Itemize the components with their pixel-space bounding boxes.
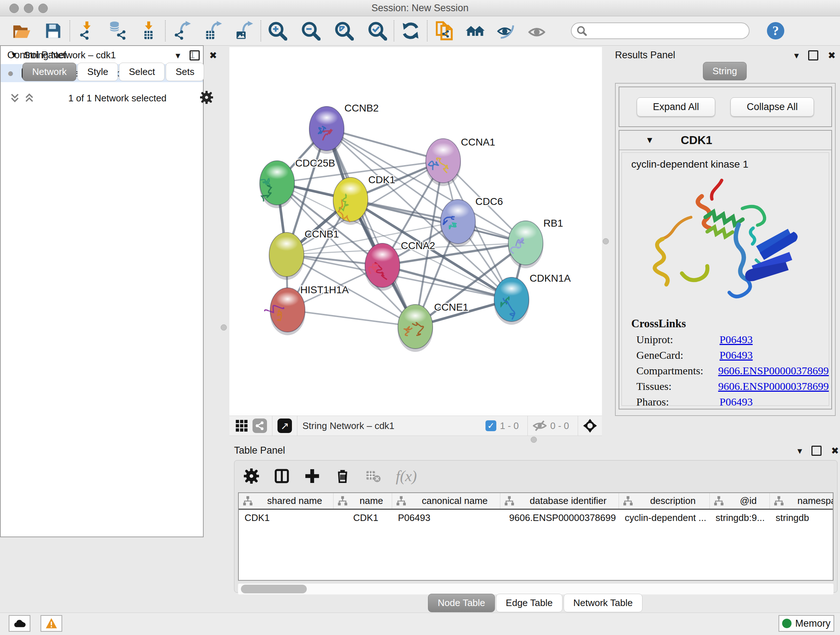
birdseye-icon[interactable] <box>526 19 548 42</box>
maximize-panel-icon[interactable] <box>808 50 818 60</box>
network-node-CDC6[interactable] <box>440 200 476 247</box>
crosslink-link[interactable]: P06493 <box>720 349 753 361</box>
float-panel-icon[interactable]: ▾ <box>797 446 802 455</box>
delete-column-icon[interactable] <box>335 469 350 484</box>
network-node-CCNB1[interactable] <box>269 233 304 280</box>
table-horizontal-scrollbar[interactable] <box>238 584 834 594</box>
add-column-icon[interactable] <box>305 469 320 484</box>
tab-sets[interactable]: Sets <box>166 63 204 81</box>
network-node-CCNE1[interactable] <box>398 304 433 352</box>
network-node-CDK1[interactable] <box>333 177 368 225</box>
selected-checkbox-icon[interactable]: ✓ <box>485 420 496 431</box>
network-node-CCNB2[interactable] <box>309 106 344 154</box>
zoom-in-icon[interactable] <box>266 19 289 42</box>
export-table-icon[interactable] <box>202 19 224 42</box>
crosslink-link[interactable]: P06493 <box>720 396 753 406</box>
fit-selected-crosshair-icon[interactable] <box>583 419 597 432</box>
tab-node-table[interactable]: Node Table <box>428 594 495 612</box>
tab-edge-table[interactable]: Edge Table <box>496 594 562 612</box>
open-session-icon[interactable] <box>10 19 33 42</box>
import-network-file-icon[interactable] <box>75 19 98 42</box>
minimize-window-button[interactable] <box>24 4 33 13</box>
crosslink-link[interactable]: P06493 <box>720 333 753 346</box>
collapse-all-networks-icon[interactable] <box>9 93 20 103</box>
expand-all-button[interactable]: Expand All <box>637 97 715 117</box>
column-header-description[interactable]: description <box>619 493 710 509</box>
tab-network[interactable]: Network <box>22 63 76 81</box>
crosslink-link[interactable]: 9606.ENSP00000378699 <box>718 364 829 377</box>
cloud-services-button[interactable] <box>9 615 30 632</box>
copy-network-icon[interactable] <box>433 19 455 42</box>
zoom-out-icon[interactable] <box>300 19 322 42</box>
import-network-database-icon[interactable] <box>106 19 129 42</box>
float-panel-icon[interactable]: ▾ <box>794 51 799 60</box>
column-header-namespace[interactable]: namespace <box>770 493 834 509</box>
table-cell[interactable]: CDK1 <box>333 512 392 524</box>
network-node-CCNA1[interactable] <box>425 139 461 186</box>
right-splitter-handle[interactable] <box>603 238 609 244</box>
memory-button[interactable]: Memory <box>778 615 834 632</box>
refresh-view-icon[interactable] <box>399 19 422 42</box>
left-splitter-handle[interactable] <box>221 325 227 331</box>
hidden-eye-icon[interactable] <box>533 419 546 432</box>
collapse-triangle-icon[interactable]: ▼ <box>645 135 654 145</box>
close-window-button[interactable] <box>9 4 19 13</box>
table-cell[interactable]: P06493 <box>392 512 500 524</box>
help-icon[interactable]: ? <box>767 22 784 40</box>
show-columns-icon[interactable] <box>274 469 289 484</box>
zoom-window-button[interactable] <box>38 4 48 13</box>
hide-graphics-icon[interactable] <box>495 19 517 42</box>
table-row[interactable]: CDK1CDK1P064939606.ENSP00000378699cyclin… <box>239 510 833 526</box>
network-node-HIST1H1A[interactable] <box>265 288 305 335</box>
zoom-fit-icon[interactable] <box>333 19 355 42</box>
export-image-icon[interactable] <box>233 19 256 42</box>
network-node-RB1[interactable] <box>508 221 543 268</box>
network-node-CCNA2[interactable] <box>365 243 400 291</box>
column-header-shared-name[interactable]: shared name <box>239 493 333 509</box>
search-box[interactable] <box>571 22 750 39</box>
close-panel-icon[interactable]: ✖ <box>828 51 836 60</box>
tab-style[interactable]: Style <box>77 63 118 81</box>
save-session-icon[interactable] <box>42 19 65 42</box>
table-options-gear-icon[interactable] <box>244 469 259 484</box>
search-input[interactable] <box>590 25 749 37</box>
zoom-selected-icon[interactable] <box>366 19 388 42</box>
network-options-gear-icon[interactable] <box>200 91 213 105</box>
scrollbar-thumb[interactable] <box>241 585 307 593</box>
maximize-panel-icon[interactable] <box>812 446 821 456</box>
network-node-CDKN1A[interactable] <box>494 277 529 325</box>
float-panel-icon[interactable]: ▾ <box>175 51 180 60</box>
network-edge[interactable] <box>327 128 415 326</box>
homes-icon[interactable] <box>464 19 486 42</box>
export-network-icon[interactable] <box>171 19 193 42</box>
collapse-all-button[interactable]: Collapse All <box>730 97 814 117</box>
detach-view-icon[interactable]: ↗ <box>278 418 292 433</box>
table-cell[interactable]: 9606.ENSP00000378699 <box>500 512 619 524</box>
tab-network-table[interactable]: Network Table <box>564 594 643 612</box>
tab-select[interactable]: Select <box>119 63 164 81</box>
table-cell[interactable]: CDK1 <box>239 512 333 524</box>
table-cell[interactable]: stringdb <box>770 512 834 524</box>
gene-entry-header[interactable]: ▼ CDK1 <box>619 131 831 150</box>
network-node-CDC25B[interactable] <box>259 161 295 208</box>
table-cell[interactable]: stringdb:9... <box>710 512 770 524</box>
expand-all-networks-icon[interactable] <box>24 93 35 103</box>
crosslink-link[interactable]: 9606.ENSP00000378699 <box>718 380 829 393</box>
warnings-button[interactable] <box>41 615 62 632</box>
maximize-panel-icon[interactable] <box>189 50 200 60</box>
column-header--id[interactable]: @id <box>710 493 770 509</box>
import-table-file-icon[interactable] <box>137 19 160 42</box>
node-table[interactable]: shared namenamecanonical namedatabase id… <box>238 492 834 581</box>
grid-view-icon[interactable] <box>235 419 248 432</box>
close-panel-icon[interactable]: ✖ <box>209 51 217 60</box>
column-header-canonical-name[interactable]: canonical name <box>392 493 500 509</box>
tab-string[interactable]: String <box>703 62 747 80</box>
table-cell[interactable]: cyclin-dependent ... <box>619 512 710 524</box>
column-header-database-identifier[interactable]: database identifier <box>500 493 619 509</box>
network-canvas[interactable]: CCNB2CCNA1CDC25BCDK1CDC6RB1CCNB1CCNA2CDK… <box>229 47 602 416</box>
close-panel-icon[interactable]: ✖ <box>831 446 839 455</box>
string-view-icon[interactable] <box>253 418 267 433</box>
network-edge[interactable] <box>287 310 415 326</box>
main-toolbar: ? <box>0 16 840 46</box>
column-header-name[interactable]: name <box>333 493 392 509</box>
